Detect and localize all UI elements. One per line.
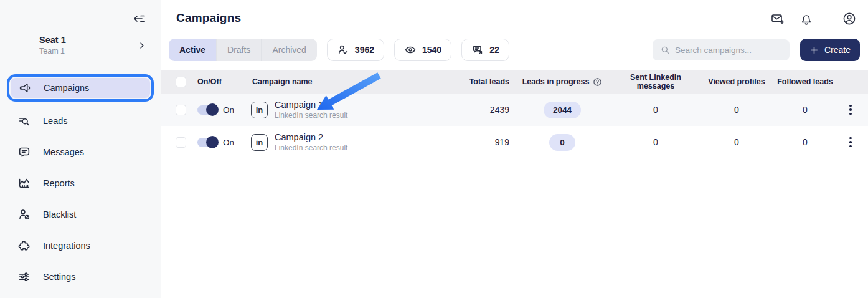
top-actions [770, 11, 857, 27]
sidebar-item-leads[interactable]: Leads [0, 105, 161, 137]
toggle-label: On [223, 138, 234, 147]
sent-messages-value: 0 [615, 137, 696, 147]
leads-in-progress-badge: 0 [549, 134, 575, 151]
seat-subtitle: Team 1 [39, 47, 66, 55]
create-button[interactable]: Create [800, 39, 860, 61]
table-row[interactable]: On in Campaign 2 LinkedIn search result … [161, 126, 868, 158]
column-header-leads-in-progress: Leads in progress [509, 77, 615, 87]
row-checkbox[interactable] [176, 137, 186, 148]
eye-icon [404, 44, 417, 56]
sidebar-item-campaigns[interactable]: Campaigns [7, 74, 154, 102]
stat-chip-value: 3962 [355, 45, 374, 55]
sidebar-item-label: Reports [43, 178, 75, 188]
tab-archived[interactable]: Archived [261, 39, 316, 61]
seat-title: Seat 1 [39, 35, 66, 45]
toggle-knob [206, 103, 219, 116]
column-header-viewed-profiles: Viewed profiles [696, 77, 777, 86]
divider [828, 11, 828, 27]
tab-active[interactable]: Active [169, 39, 216, 61]
sidebar-item-integrations[interactable]: Integrations [0, 230, 161, 261]
campaigns-toolbar: Active Drafts Archived 3962 1540 [169, 39, 860, 61]
stat-chip-connections[interactable]: 3962 [327, 39, 384, 61]
sidebar-nav: Campaigns Leads Messages [0, 74, 161, 292]
page-title: Campaigns [161, 0, 868, 25]
total-leads-value: 919 [460, 137, 509, 147]
megaphone-icon [18, 81, 32, 95]
toggle-label: On [223, 105, 234, 115]
table-header-row: On/Off Campaign name Total leads Leads i… [161, 70, 868, 94]
search-box [653, 39, 790, 60]
campaigns-table: On/Off Campaign name Total leads Leads i… [161, 70, 868, 158]
sidebar-item-blacklist[interactable]: Blacklist [0, 199, 161, 230]
main-content: Campaigns Active Drafts Archived [161, 0, 868, 298]
plus-icon [809, 46, 819, 55]
stat-chip-value: 1540 [422, 45, 441, 55]
user-avatar-icon[interactable] [842, 11, 857, 26]
sliders-icon [17, 270, 31, 284]
row-menu-kebab-icon[interactable] [844, 135, 857, 150]
column-header-campaign-name: Campaign name [246, 77, 460, 86]
toggle-knob [206, 136, 219, 148]
row-checkbox[interactable] [176, 105, 186, 115]
puzzle-icon [17, 239, 31, 252]
user-block-icon [17, 208, 31, 221]
campaign-subtitle: LinkedIn search result [275, 143, 347, 152]
chevron-right-icon[interactable] [137, 41, 147, 50]
campaign-subtitle: LinkedIn search result [275, 111, 347, 120]
row-menu-kebab-icon[interactable] [844, 102, 857, 118]
leads-in-progress-badge: 2044 [544, 102, 581, 118]
column-header-label: Leads in progress [522, 77, 590, 86]
person-check-icon [337, 44, 349, 56]
followed-leads-value: 0 [777, 137, 833, 147]
campaign-toggle[interactable] [197, 105, 218, 115]
viewed-profiles-value: 0 [696, 105, 777, 115]
column-header-followed-leads: Followed leads [777, 77, 833, 86]
linkedin-icon: in [251, 102, 268, 118]
sidebar-item-label: Blacklist [43, 209, 76, 219]
sidebar-item-label: Messages [43, 147, 84, 157]
stat-chip-value: 22 [489, 45, 499, 55]
sidebar-item-label: Campaigns [44, 83, 89, 93]
select-all-checkbox[interactable] [176, 77, 186, 87]
chat-bubble-icon [17, 145, 31, 159]
linkedin-icon: in [251, 134, 268, 151]
tab-drafts[interactable]: Drafts [216, 39, 261, 61]
search-input[interactable] [675, 46, 782, 55]
campaign-name[interactable]: Campaign 2 [275, 132, 347, 142]
sidebar-item-reports[interactable]: Reports [0, 168, 161, 199]
chart-icon [17, 176, 31, 190]
status-tabs: Active Drafts Archived [169, 39, 317, 61]
mail-plus-icon[interactable] [770, 11, 785, 26]
followed-leads-value: 0 [777, 105, 833, 115]
campaign-toggle[interactable] [197, 138, 218, 147]
leads-search-icon [17, 114, 31, 128]
column-header-total-leads: Total leads [460, 77, 509, 86]
table-row[interactable]: On in Campaign 1 LinkedIn search result … [161, 94, 868, 126]
campaign-name[interactable]: Campaign 1 [275, 100, 347, 110]
sidebar-item-label: Integrations [43, 241, 90, 251]
stat-chip-views[interactable]: 1540 [394, 39, 451, 61]
column-header-sent-messages: Sent LinkedIn messages [615, 73, 696, 90]
sidebar-item-messages[interactable]: Messages [0, 137, 161, 168]
help-circle-icon[interactable] [593, 77, 602, 87]
column-header-onoff: On/Off [186, 77, 246, 86]
create-button-label: Create [824, 45, 851, 55]
sidebar-item-settings[interactable]: Settings [0, 261, 161, 292]
total-leads-value: 2439 [460, 105, 509, 115]
sidebar: Seat 1 Team 1 Campaigns Leads [0, 0, 161, 298]
sent-messages-value: 0 [615, 105, 696, 115]
sidebar-item-label: Settings [43, 272, 75, 282]
seat-selector[interactable]: Seat 1 Team 1 [0, 35, 161, 55]
collapse-sidebar-icon [132, 11, 147, 26]
search-icon [660, 45, 670, 55]
sidebar-item-label: Leads [43, 116, 68, 126]
stat-chip-messages[interactable]: 22 [461, 39, 509, 61]
collapse-sidebar-button[interactable] [131, 10, 148, 27]
viewed-profiles-value: 0 [696, 137, 777, 147]
bell-icon[interactable] [799, 11, 814, 26]
message-sent-icon [471, 44, 484, 56]
